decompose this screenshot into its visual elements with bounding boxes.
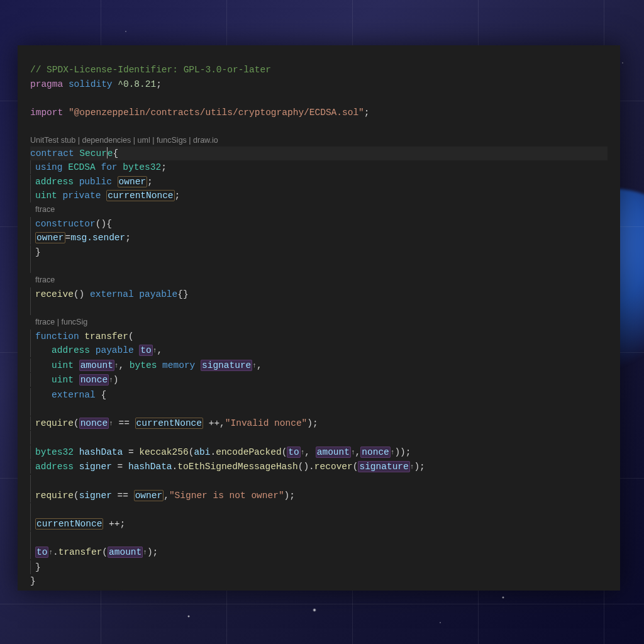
blank-line xyxy=(30,402,608,416)
codelens-row[interactable]: ftrace xyxy=(30,274,608,287)
text-cursor xyxy=(107,147,108,158)
code-line: external { xyxy=(30,388,608,402)
code-line: owner=msg.sender; xyxy=(30,231,608,245)
blank-line xyxy=(30,475,608,489)
code-line: } xyxy=(30,574,608,589)
blank-line xyxy=(30,431,608,445)
blank-line xyxy=(30,531,608,546)
code-line: address public owner; xyxy=(30,175,608,189)
code-line: uint amount↑, bytes memory signature↑, xyxy=(30,358,608,374)
code-line: function transfer( xyxy=(30,330,608,344)
codelens-row[interactable]: UnitTest stub | dependencies | uml | fun… xyxy=(30,134,608,147)
code-line: uint nonce↑) xyxy=(30,373,608,388)
blank-line xyxy=(30,301,608,316)
code-line: currentNonce ++; xyxy=(30,517,608,531)
code-line: constructor(){ xyxy=(30,217,608,231)
blank-line xyxy=(30,91,608,106)
code-line: uint private currentNonce; xyxy=(30,189,608,203)
code-line: address signer = hashData.toEthSignedMes… xyxy=(30,460,608,475)
code-line: address payable to↑, xyxy=(30,343,608,358)
code-line: using ECDSA for bytes32; xyxy=(30,160,608,175)
blank-line xyxy=(30,259,608,274)
code-line: receive() external payable{} xyxy=(30,287,608,302)
codelens-row[interactable]: ftrace | funcSig xyxy=(30,316,608,330)
code-line: // SPDX-License-Identifier: GPL-3.0-or-l… xyxy=(30,63,608,77)
code-line: require(signer == owner,"Signer is not o… xyxy=(30,489,608,503)
blank-line xyxy=(30,119,608,134)
blank-line xyxy=(30,503,608,518)
code-line: } xyxy=(30,245,608,260)
code-line: pragma solidity ^0.8.21; xyxy=(30,77,608,92)
codelens-row[interactable]: ftrace xyxy=(30,203,608,217)
code-editor[interactable]: // SPDX-License-Identifier: GPL-3.0-or-l… xyxy=(18,45,620,591)
code-line: bytes32 hashData = keccak256(abi.encodeP… xyxy=(30,445,608,460)
code-line-active: contract Secure{ xyxy=(30,147,608,161)
code-line: require(nonce↑ == currentNonce ++,"Inval… xyxy=(30,416,608,431)
code-line: import "@openzeppelin/contracts/utils/cr… xyxy=(30,106,608,120)
code-line: to↑.transfer(amount↑); xyxy=(30,545,608,560)
code-line: } xyxy=(30,560,608,575)
